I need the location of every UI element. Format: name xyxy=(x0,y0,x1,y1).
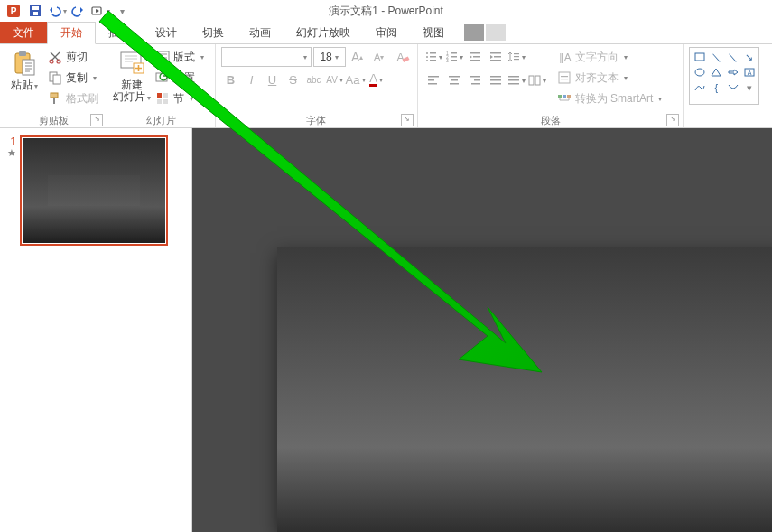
svg-rect-23 xyxy=(163,93,168,98)
slide-editor[interactable] xyxy=(192,128,772,532)
tab-review[interactable]: 审阅 xyxy=(363,22,410,43)
swatch-light[interactable] xyxy=(486,24,506,41)
undo-icon[interactable]: ▾ xyxy=(47,1,67,21)
copy-button[interactable]: 复制▾ xyxy=(45,68,101,88)
columns-button[interactable]: ▾ xyxy=(527,70,547,90)
strikethrough-button[interactable]: S xyxy=(284,70,303,89)
tab-insert[interactable]: 插入 xyxy=(96,22,143,43)
svg-rect-67 xyxy=(561,76,568,77)
bold-button[interactable]: B xyxy=(221,70,241,89)
font-size-combobox[interactable]: 18▾ xyxy=(313,47,346,67)
chevron-down-icon: ▾ xyxy=(362,76,366,84)
swatch-grey[interactable] xyxy=(464,24,484,41)
justify-button[interactable] xyxy=(486,70,506,90)
svg-rect-34 xyxy=(451,52,457,54)
clipboard-launcher-icon[interactable]: ↘ xyxy=(90,114,103,126)
thumbnail-pane[interactable]: 1 ★ xyxy=(0,128,192,532)
increase-indent-button[interactable] xyxy=(486,47,506,67)
slide-thumbnail-preview[interactable] xyxy=(20,135,168,246)
grow-font-button[interactable]: A▴ xyxy=(348,47,367,67)
svg-point-29 xyxy=(426,56,428,58)
tab-transitions[interactable]: 切换 xyxy=(190,22,237,43)
svg-point-9 xyxy=(50,60,53,63)
align-text-button[interactable]: 对齐文本▾ xyxy=(554,68,665,88)
svg-rect-57 xyxy=(490,76,501,78)
copy-label: 复制 xyxy=(66,70,88,86)
shape-rectangle-icon[interactable] xyxy=(692,50,707,64)
font-name-combobox[interactable]: ▾ xyxy=(221,47,312,67)
align-right-button[interactable] xyxy=(465,70,485,90)
tab-home[interactable]: 开始 xyxy=(47,22,96,44)
layout-button[interactable]: 版式▾ xyxy=(153,47,207,67)
align-left-button[interactable] xyxy=(423,70,443,90)
svg-rect-69 xyxy=(558,95,562,98)
paste-button[interactable]: 粘贴▾ xyxy=(5,47,43,92)
slide-canvas[interactable] xyxy=(277,247,772,532)
svg-rect-63 xyxy=(529,76,534,85)
section-button[interactable]: 节▾ xyxy=(153,89,207,108)
decrease-indent-button[interactable] xyxy=(465,47,485,67)
character-spacing-button[interactable]: AV▾ xyxy=(325,70,345,89)
line-spacing-button[interactable]: ▾ xyxy=(507,47,526,67)
svg-rect-64 xyxy=(535,76,540,85)
paragraph-launcher-icon[interactable]: ↘ xyxy=(666,114,679,126)
svg-rect-48 xyxy=(428,76,439,78)
shape-line-icon[interactable]: ＼ xyxy=(709,50,724,64)
svg-rect-17 xyxy=(156,51,169,61)
shape-textbox-icon[interactable]: A xyxy=(741,65,757,79)
group-paragraph-label: 段落 xyxy=(541,115,561,126)
tab-slideshow[interactable]: 幻灯片放映 xyxy=(284,22,363,43)
shape-curve2-icon[interactable] xyxy=(725,80,740,95)
font-launcher-icon[interactable]: ↘ xyxy=(401,114,414,126)
bullets-button[interactable]: ▾ xyxy=(423,47,443,67)
format-painter-button[interactable]: 格式刷 xyxy=(45,89,101,108)
font-color-button[interactable]: A▾ xyxy=(367,70,386,89)
save-icon[interactable] xyxy=(25,1,45,21)
layout-label: 版式 xyxy=(173,50,195,65)
reset-button[interactable]: 重置 xyxy=(153,68,207,88)
tab-design[interactable]: 设计 xyxy=(143,22,190,43)
group-slides: 新建幻灯片▾ 版式▾ 重置 节▾ 幻灯 xyxy=(107,44,216,127)
shrink-font-button[interactable]: A▾ xyxy=(369,47,389,67)
new-slide-button[interactable]: 新建幻灯片▾ xyxy=(113,47,151,104)
tab-view[interactable]: 视图 xyxy=(410,22,457,43)
convert-smartart-button[interactable]: 转换为 SmartArt▾ xyxy=(554,89,665,108)
shape-oval-icon[interactable] xyxy=(692,65,707,79)
shapes-gallery[interactable]: ＼ ＼ ↘ A { ▾ xyxy=(689,47,759,105)
shape-lbracket-icon[interactable]: { xyxy=(709,80,724,95)
text-direction-button[interactable]: ‖A 文字方向▾ xyxy=(554,47,665,67)
app-icon[interactable]: P xyxy=(4,1,23,21)
chevron-down-icon: ▾ xyxy=(624,53,628,61)
clear-formatting-button[interactable]: A xyxy=(391,47,411,67)
redo-icon[interactable] xyxy=(69,1,88,21)
paste-label: 粘贴 xyxy=(11,79,33,91)
align-center-button[interactable] xyxy=(444,70,464,90)
shape-line2-icon[interactable]: ＼ xyxy=(725,50,740,64)
shape-curve1-icon[interactable] xyxy=(692,80,707,95)
shape-arrowblock-icon[interactable] xyxy=(725,65,740,79)
animation-indicator-icon: ★ xyxy=(7,148,16,157)
shape-triangle-icon[interactable] xyxy=(709,65,724,79)
tab-file[interactable]: 文件 xyxy=(0,22,47,43)
powerpoint-window: P ▾ ▾ ▾ 演示文稿1 - PowerPoint 文件 开始 xyxy=(0,0,772,532)
align-text-label: 对齐文本 xyxy=(575,70,619,86)
group-paragraph: ▾ 123▾ ▾ ▾ ▾ xyxy=(418,44,684,127)
distribute-button[interactable]: ▾ xyxy=(507,70,526,90)
svg-rect-13 xyxy=(51,93,58,98)
shape-more-icon[interactable]: ▾ xyxy=(741,80,757,95)
svg-rect-72 xyxy=(695,53,704,61)
title-bar: P ▾ ▾ ▾ 演示文稿1 - PowerPoint xyxy=(0,0,772,22)
tab-animations[interactable]: 动画 xyxy=(237,22,284,43)
change-case-button[interactable]: Aa▾ xyxy=(346,70,366,89)
qat-customize-icon[interactable]: ▾ xyxy=(112,1,132,21)
underline-button[interactable]: U xyxy=(263,70,283,89)
svg-rect-50 xyxy=(428,83,437,85)
start-from-beginning-icon[interactable]: ▾ xyxy=(90,1,110,21)
text-shadow-button[interactable]: abc xyxy=(304,70,324,89)
italic-button[interactable]: I xyxy=(242,70,262,89)
numbering-button[interactable]: 123▾ xyxy=(444,47,464,67)
svg-rect-38 xyxy=(451,60,457,61)
shape-arrow-icon[interactable]: ↘ xyxy=(741,50,757,64)
cut-button[interactable]: 剪切 xyxy=(45,47,101,67)
slide-thumbnail-1[interactable]: 1 ★ xyxy=(7,135,184,246)
